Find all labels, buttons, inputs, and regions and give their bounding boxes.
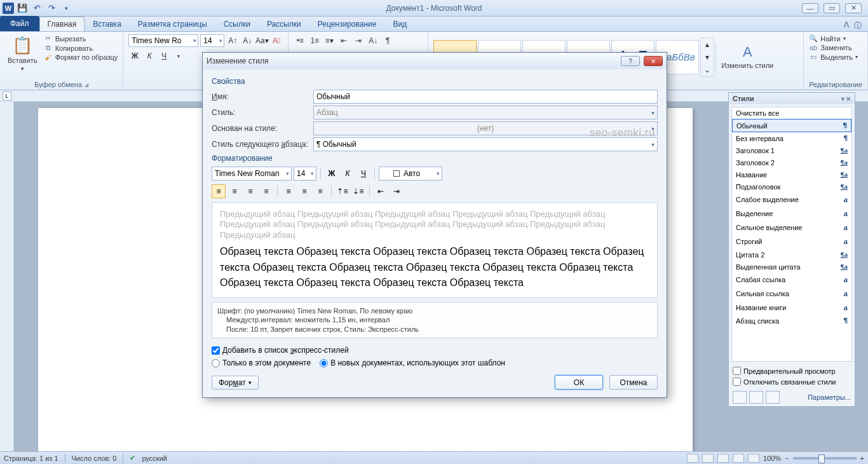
vertical-ruler[interactable]	[0, 102, 14, 451]
gallery-up-icon[interactable]: ▴	[701, 38, 714, 51]
zoom-level[interactable]: 100%	[763, 454, 781, 462]
style-list-item[interactable]: Название книгиa	[732, 301, 851, 315]
style-list-item[interactable]: Абзац списка¶	[732, 315, 851, 327]
status-page[interactable]: Страница: 1 из 1	[4, 454, 58, 462]
pane-close-icon[interactable]: ✕	[846, 95, 851, 102]
cut-button[interactable]: ✂Вырезать	[44, 34, 118, 43]
tab-file[interactable]: Файл	[0, 16, 39, 31]
help-icon[interactable]: ⓘ	[854, 20, 862, 31]
status-language[interactable]: русский	[142, 454, 166, 462]
clear-format-icon[interactable]: A⃠	[270, 34, 283, 47]
ribbon-minimize-icon[interactable]: ᐱ	[844, 20, 849, 31]
style-list-item[interactable]: Цитата 2¶a	[732, 249, 851, 261]
decrease-indent-icon[interactable]: ⇤	[337, 34, 350, 47]
style-list-item[interactable]: Название¶a	[732, 168, 851, 181]
tab-page-layout[interactable]: Разметка страницы	[130, 17, 215, 31]
increase-indent-icon[interactable]: ⇥	[352, 34, 365, 47]
preview-checkbox[interactable]: Предварительный просмотр	[733, 367, 851, 375]
undo-icon[interactable]: ↶	[31, 2, 43, 15]
tab-mailings[interactable]: Рассылки	[259, 17, 309, 31]
sort-icon[interactable]: A↓	[367, 34, 379, 47]
view-web[interactable]	[717, 454, 729, 463]
style-list-item[interactable]: Без интервала¶	[732, 132, 851, 144]
styles-list[interactable]: Очистить всеОбычный¶Без интервала¶Заголо…	[731, 107, 852, 362]
underline-button[interactable]: Ч	[158, 50, 170, 62]
line-spacing-15-button[interactable]: ≡	[297, 184, 311, 198]
indent-inc-button[interactable]: ⇥	[390, 184, 403, 198]
qat-dropdown-icon[interactable]: ▾	[60, 2, 72, 15]
select-button[interactable]: ▭Выделить▾	[809, 53, 858, 61]
paste-button[interactable]: 📋 Вставить ▾	[5, 34, 40, 73]
status-word-count[interactable]: Число слов: 0	[72, 454, 117, 462]
style-list-item[interactable]: Выделенная цитата¶a	[732, 261, 851, 273]
change-styles-button[interactable]: A Изменить стили	[715, 43, 776, 71]
ok-button[interactable]: ОК	[555, 375, 603, 390]
style-list-item[interactable]: Строгийa	[732, 235, 851, 249]
multilevel-icon[interactable]: ≡▾	[323, 34, 336, 47]
tab-references[interactable]: Ссылки	[215, 17, 259, 31]
style-list-item[interactable]: Заголовок 2¶a	[732, 156, 851, 168]
tab-view[interactable]: Вид	[384, 17, 415, 31]
font-name-combo[interactable]: Times New Ro	[128, 34, 198, 47]
minimize-button[interactable]: —	[802, 3, 818, 13]
pane-dropdown-icon[interactable]: ▾	[841, 95, 844, 102]
tab-review[interactable]: Рецензирование	[309, 17, 385, 31]
tab-selector[interactable]: L	[3, 92, 11, 100]
tab-insert[interactable]: Вставка	[85, 17, 130, 31]
view-print-layout[interactable]	[687, 454, 698, 463]
gallery-more-icon[interactable]: ⌄	[701, 64, 714, 76]
line-spacing-1-button[interactable]: ≡	[281, 184, 295, 198]
only-this-doc-radio[interactable]: Только в этом документе	[212, 358, 311, 367]
style-list-item[interactable]: Обычный¶	[732, 119, 851, 132]
indent-dec-button[interactable]: ⇤	[374, 184, 388, 198]
new-docs-radio[interactable]: В новых документах, использующих этот ша…	[320, 358, 505, 367]
style-list-item[interactable]: Слабое выделениеa	[732, 193, 851, 207]
zoom-out-button[interactable]: −	[785, 454, 789, 462]
view-fullscreen[interactable]	[702, 454, 714, 463]
zoom-slider[interactable]	[793, 457, 857, 460]
style-list-item[interactable]: Подзаголовок¶a	[732, 181, 851, 193]
space-before-dec-button[interactable]: ⇣≡	[351, 184, 365, 198]
copy-button[interactable]: ⧉Копировать	[44, 44, 118, 52]
styles-options-link[interactable]: Параметры...	[808, 393, 851, 401]
shrink-font-icon[interactable]: A↓	[241, 34, 254, 47]
maximize-button[interactable]: ▭	[824, 3, 840, 13]
align-right-button[interactable]: ≡	[243, 184, 257, 198]
align-left-button[interactable]: ≡	[212, 184, 226, 198]
dialog-launcher-icon[interactable]: ◢	[85, 82, 88, 88]
dialog-color-combo[interactable]: Авто	[379, 167, 442, 181]
spellcheck-icon[interactable]: ✔	[130, 454, 135, 462]
dialog-font-combo[interactable]: Times New Roman	[212, 167, 292, 181]
align-center-button[interactable]: ≡	[227, 184, 241, 198]
dialog-size-combo[interactable]: 14	[294, 167, 316, 181]
style-list-item[interactable]: Заголовок 1¶a	[732, 144, 851, 156]
view-outline[interactable]	[733, 454, 744, 463]
manage-styles-button[interactable]	[766, 391, 780, 404]
redo-icon[interactable]: ↷	[45, 2, 58, 15]
select-based-on[interactable]: (нет)	[313, 121, 658, 135]
align-justify-button[interactable]: ≡	[259, 184, 273, 198]
select-next-para[interactable]: ¶ Обычный	[313, 137, 658, 151]
style-inspector-button[interactable]	[749, 391, 763, 404]
dialog-italic-button[interactable]: К	[341, 167, 355, 181]
new-style-button[interactable]	[733, 391, 747, 404]
find-button[interactable]: 🔍Найти▾	[809, 34, 858, 43]
view-draft[interactable]	[748, 454, 759, 463]
dialog-bold-button[interactable]: Ж	[325, 167, 339, 181]
add-to-quick-styles-checkbox[interactable]: Добавить в список экспресс-стилей	[212, 346, 658, 355]
format-button[interactable]: Формат▾	[212, 376, 259, 390]
replace-button[interactable]: abЗаменить	[809, 44, 858, 51]
gallery-down-icon[interactable]: ▾	[701, 51, 714, 64]
style-list-item[interactable]: Слабая ссылкаa	[732, 273, 851, 287]
dialog-close-button[interactable]: ✕	[644, 56, 663, 66]
close-button[interactable]: ✕	[845, 3, 862, 13]
dialog-underline-button[interactable]: Ч	[356, 167, 370, 181]
italic-button[interactable]: К	[143, 50, 156, 62]
style-list-item[interactable]: Выделениеa	[732, 207, 851, 221]
style-list-item[interactable]: Сильное выделениеa	[732, 221, 851, 235]
cancel-button[interactable]: Отмена	[609, 375, 658, 390]
dialog-help-button[interactable]: ?	[621, 56, 640, 66]
change-case-icon[interactable]: Aa▾	[255, 34, 268, 47]
style-list-item[interactable]: Очистить все	[732, 107, 851, 119]
font-size-combo[interactable]: 14	[200, 34, 224, 47]
